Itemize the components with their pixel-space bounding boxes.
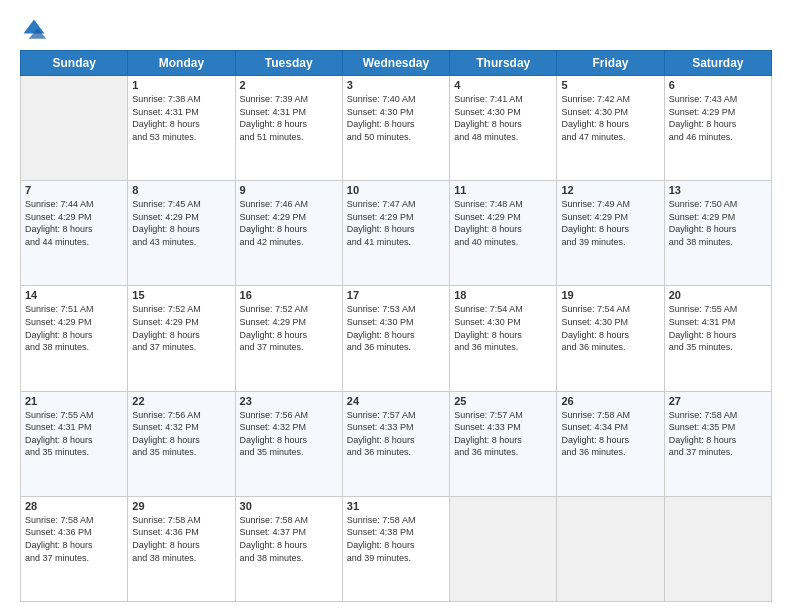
day-info: Sunrise: 7:58 AMSunset: 4:36 PMDaylight:…	[132, 514, 230, 564]
day-info: Sunrise: 7:51 AMSunset: 4:29 PMDaylight:…	[25, 303, 123, 353]
calendar-cell: 18Sunrise: 7:54 AMSunset: 4:30 PMDayligh…	[450, 286, 557, 391]
day-number: 19	[561, 289, 659, 301]
day-info: Sunrise: 7:57 AMSunset: 4:33 PMDaylight:…	[454, 409, 552, 459]
day-number: 18	[454, 289, 552, 301]
day-info: Sunrise: 7:45 AMSunset: 4:29 PMDaylight:…	[132, 198, 230, 248]
header	[20, 16, 772, 44]
day-number: 14	[25, 289, 123, 301]
calendar-cell	[21, 76, 128, 181]
calendar-cell	[557, 496, 664, 601]
day-info: Sunrise: 7:52 AMSunset: 4:29 PMDaylight:…	[132, 303, 230, 353]
calendar-cell: 23Sunrise: 7:56 AMSunset: 4:32 PMDayligh…	[235, 391, 342, 496]
day-info: Sunrise: 7:46 AMSunset: 4:29 PMDaylight:…	[240, 198, 338, 248]
calendar-cell: 16Sunrise: 7:52 AMSunset: 4:29 PMDayligh…	[235, 286, 342, 391]
calendar-table: SundayMondayTuesdayWednesdayThursdayFrid…	[20, 50, 772, 602]
day-number: 28	[25, 500, 123, 512]
day-number: 13	[669, 184, 767, 196]
day-number: 11	[454, 184, 552, 196]
calendar-cell: 15Sunrise: 7:52 AMSunset: 4:29 PMDayligh…	[128, 286, 235, 391]
day-info: Sunrise: 7:50 AMSunset: 4:29 PMDaylight:…	[669, 198, 767, 248]
col-header-monday: Monday	[128, 51, 235, 76]
col-header-friday: Friday	[557, 51, 664, 76]
day-number: 23	[240, 395, 338, 407]
day-info: Sunrise: 7:38 AMSunset: 4:31 PMDaylight:…	[132, 93, 230, 143]
day-number: 15	[132, 289, 230, 301]
day-number: 26	[561, 395, 659, 407]
day-info: Sunrise: 7:58 AMSunset: 4:34 PMDaylight:…	[561, 409, 659, 459]
calendar-cell: 3Sunrise: 7:40 AMSunset: 4:30 PMDaylight…	[342, 76, 449, 181]
day-number: 27	[669, 395, 767, 407]
day-info: Sunrise: 7:58 AMSunset: 4:38 PMDaylight:…	[347, 514, 445, 564]
day-info: Sunrise: 7:48 AMSunset: 4:29 PMDaylight:…	[454, 198, 552, 248]
day-info: Sunrise: 7:52 AMSunset: 4:29 PMDaylight:…	[240, 303, 338, 353]
calendar-cell: 28Sunrise: 7:58 AMSunset: 4:36 PMDayligh…	[21, 496, 128, 601]
day-info: Sunrise: 7:41 AMSunset: 4:30 PMDaylight:…	[454, 93, 552, 143]
calendar-cell: 12Sunrise: 7:49 AMSunset: 4:29 PMDayligh…	[557, 181, 664, 286]
calendar-cell: 6Sunrise: 7:43 AMSunset: 4:29 PMDaylight…	[664, 76, 771, 181]
col-header-sunday: Sunday	[21, 51, 128, 76]
calendar-week-2: 7Sunrise: 7:44 AMSunset: 4:29 PMDaylight…	[21, 181, 772, 286]
day-info: Sunrise: 7:39 AMSunset: 4:31 PMDaylight:…	[240, 93, 338, 143]
svg-marker-0	[24, 20, 45, 34]
calendar-cell: 10Sunrise: 7:47 AMSunset: 4:29 PMDayligh…	[342, 181, 449, 286]
day-number: 31	[347, 500, 445, 512]
calendar-cell: 7Sunrise: 7:44 AMSunset: 4:29 PMDaylight…	[21, 181, 128, 286]
day-number: 29	[132, 500, 230, 512]
calendar-cell: 11Sunrise: 7:48 AMSunset: 4:29 PMDayligh…	[450, 181, 557, 286]
day-number: 6	[669, 79, 767, 91]
day-number: 7	[25, 184, 123, 196]
day-info: Sunrise: 7:54 AMSunset: 4:30 PMDaylight:…	[454, 303, 552, 353]
calendar-cell	[664, 496, 771, 601]
day-number: 5	[561, 79, 659, 91]
calendar-cell: 8Sunrise: 7:45 AMSunset: 4:29 PMDaylight…	[128, 181, 235, 286]
day-info: Sunrise: 7:58 AMSunset: 4:35 PMDaylight:…	[669, 409, 767, 459]
calendar-cell: 29Sunrise: 7:58 AMSunset: 4:36 PMDayligh…	[128, 496, 235, 601]
calendar-cell: 14Sunrise: 7:51 AMSunset: 4:29 PMDayligh…	[21, 286, 128, 391]
day-number: 30	[240, 500, 338, 512]
calendar-cell: 4Sunrise: 7:41 AMSunset: 4:30 PMDaylight…	[450, 76, 557, 181]
calendar-cell: 27Sunrise: 7:58 AMSunset: 4:35 PMDayligh…	[664, 391, 771, 496]
day-number: 1	[132, 79, 230, 91]
logo	[20, 16, 52, 44]
day-info: Sunrise: 7:57 AMSunset: 4:33 PMDaylight:…	[347, 409, 445, 459]
calendar-week-4: 21Sunrise: 7:55 AMSunset: 4:31 PMDayligh…	[21, 391, 772, 496]
day-info: Sunrise: 7:49 AMSunset: 4:29 PMDaylight:…	[561, 198, 659, 248]
day-number: 21	[25, 395, 123, 407]
calendar-cell: 21Sunrise: 7:55 AMSunset: 4:31 PMDayligh…	[21, 391, 128, 496]
day-number: 22	[132, 395, 230, 407]
day-info: Sunrise: 7:44 AMSunset: 4:29 PMDaylight:…	[25, 198, 123, 248]
calendar-cell	[450, 496, 557, 601]
calendar-cell: 17Sunrise: 7:53 AMSunset: 4:30 PMDayligh…	[342, 286, 449, 391]
day-info: Sunrise: 7:56 AMSunset: 4:32 PMDaylight:…	[240, 409, 338, 459]
day-info: Sunrise: 7:58 AMSunset: 4:37 PMDaylight:…	[240, 514, 338, 564]
day-number: 2	[240, 79, 338, 91]
day-number: 12	[561, 184, 659, 196]
day-number: 16	[240, 289, 338, 301]
calendar-cell: 31Sunrise: 7:58 AMSunset: 4:38 PMDayligh…	[342, 496, 449, 601]
calendar-cell: 20Sunrise: 7:55 AMSunset: 4:31 PMDayligh…	[664, 286, 771, 391]
calendar-week-3: 14Sunrise: 7:51 AMSunset: 4:29 PMDayligh…	[21, 286, 772, 391]
day-info: Sunrise: 7:42 AMSunset: 4:30 PMDaylight:…	[561, 93, 659, 143]
day-info: Sunrise: 7:53 AMSunset: 4:30 PMDaylight:…	[347, 303, 445, 353]
day-info: Sunrise: 7:54 AMSunset: 4:30 PMDaylight:…	[561, 303, 659, 353]
day-info: Sunrise: 7:55 AMSunset: 4:31 PMDaylight:…	[669, 303, 767, 353]
calendar-cell: 2Sunrise: 7:39 AMSunset: 4:31 PMDaylight…	[235, 76, 342, 181]
col-header-wednesday: Wednesday	[342, 51, 449, 76]
day-info: Sunrise: 7:56 AMSunset: 4:32 PMDaylight:…	[132, 409, 230, 459]
calendar-cell: 1Sunrise: 7:38 AMSunset: 4:31 PMDaylight…	[128, 76, 235, 181]
logo-icon	[20, 16, 48, 44]
day-number: 10	[347, 184, 445, 196]
calendar-cell: 5Sunrise: 7:42 AMSunset: 4:30 PMDaylight…	[557, 76, 664, 181]
day-info: Sunrise: 7:55 AMSunset: 4:31 PMDaylight:…	[25, 409, 123, 459]
calendar-cell: 24Sunrise: 7:57 AMSunset: 4:33 PMDayligh…	[342, 391, 449, 496]
day-info: Sunrise: 7:43 AMSunset: 4:29 PMDaylight:…	[669, 93, 767, 143]
page: SundayMondayTuesdayWednesdayThursdayFrid…	[0, 0, 792, 612]
calendar-cell: 26Sunrise: 7:58 AMSunset: 4:34 PMDayligh…	[557, 391, 664, 496]
col-header-thursday: Thursday	[450, 51, 557, 76]
day-number: 9	[240, 184, 338, 196]
day-number: 24	[347, 395, 445, 407]
day-number: 25	[454, 395, 552, 407]
calendar-cell: 9Sunrise: 7:46 AMSunset: 4:29 PMDaylight…	[235, 181, 342, 286]
col-header-tuesday: Tuesday	[235, 51, 342, 76]
calendar-cell: 25Sunrise: 7:57 AMSunset: 4:33 PMDayligh…	[450, 391, 557, 496]
